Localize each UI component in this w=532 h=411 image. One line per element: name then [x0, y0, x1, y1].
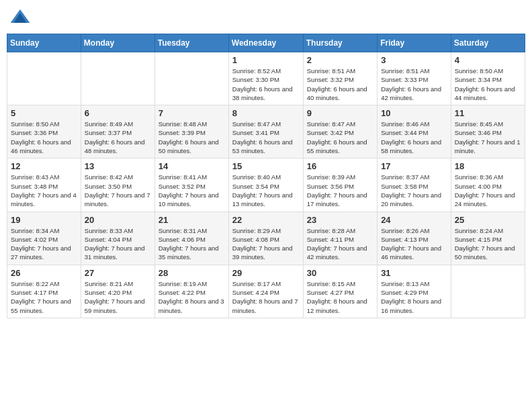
day-cell: 22Sunrise: 8:29 AM Sunset: 4:08 PM Dayli… — [228, 212, 303, 265]
day-info: Sunrise: 8:21 AM Sunset: 4:20 PM Dayligh… — [85, 279, 151, 315]
day-info: Sunrise: 8:34 AM Sunset: 4:02 PM Dayligh… — [11, 226, 77, 262]
day-info: Sunrise: 8:47 AM Sunset: 3:42 PM Dayligh… — [307, 120, 373, 155]
day-cell: 20Sunrise: 8:33 AM Sunset: 4:04 PM Dayli… — [81, 212, 154, 265]
day-number: 10 — [381, 108, 447, 118]
day-info: Sunrise: 8:46 AM Sunset: 3:44 PM Dayligh… — [381, 120, 447, 155]
weekday-header-friday: Friday — [378, 34, 451, 52]
day-cell: 23Sunrise: 8:28 AM Sunset: 4:11 PM Dayli… — [303, 212, 377, 265]
logo — [9, 7, 34, 28]
day-cell: 6Sunrise: 8:49 AM Sunset: 3:37 PM Daylig… — [81, 105, 154, 158]
day-number: 7 — [159, 108, 225, 118]
day-cell: 5Sunrise: 8:50 AM Sunset: 3:36 PM Daylig… — [7, 105, 81, 158]
day-number: 24 — [381, 215, 447, 225]
day-info: Sunrise: 8:28 AM Sunset: 4:11 PM Dayligh… — [307, 226, 373, 262]
day-number: 31 — [381, 268, 447, 278]
day-info: Sunrise: 8:48 AM Sunset: 3:39 PM Dayligh… — [159, 120, 225, 155]
day-cell: 30Sunrise: 8:15 AM Sunset: 4:27 PM Dayli… — [303, 265, 377, 318]
day-number: 6 — [85, 108, 151, 118]
day-number: 23 — [307, 215, 373, 225]
day-number: 5 — [11, 108, 77, 118]
day-number: 30 — [307, 268, 373, 278]
day-cell: 21Sunrise: 8:31 AM Sunset: 4:06 PM Dayli… — [154, 212, 228, 265]
day-info: Sunrise: 8:26 AM Sunset: 4:13 PM Dayligh… — [381, 226, 447, 262]
day-cell: 3Sunrise: 8:51 AM Sunset: 3:33 PM Daylig… — [378, 52, 451, 105]
day-number: 19 — [11, 215, 77, 225]
day-cell: 31Sunrise: 8:13 AM Sunset: 4:29 PM Dayli… — [378, 265, 451, 318]
day-cell: 28Sunrise: 8:19 AM Sunset: 4:22 PM Dayli… — [154, 265, 228, 318]
day-number: 9 — [307, 108, 373, 118]
day-info: Sunrise: 8:13 AM Sunset: 4:29 PM Dayligh… — [381, 279, 447, 315]
day-cell — [81, 52, 154, 105]
day-number: 17 — [381, 161, 447, 171]
day-number: 28 — [159, 268, 225, 278]
day-info: Sunrise: 8:45 AM Sunset: 3:46 PM Dayligh… — [455, 120, 521, 155]
day-cell — [7, 52, 81, 105]
day-cell: 7Sunrise: 8:48 AM Sunset: 3:39 PM Daylig… — [154, 105, 228, 158]
day-cell: 4Sunrise: 8:50 AM Sunset: 3:34 PM Daylig… — [451, 52, 525, 105]
day-number: 16 — [307, 161, 373, 171]
day-cell: 2Sunrise: 8:51 AM Sunset: 3:32 PM Daylig… — [303, 52, 377, 105]
week-row-5: 26Sunrise: 8:22 AM Sunset: 4:17 PM Dayli… — [7, 265, 525, 318]
day-cell — [451, 265, 525, 318]
day-number: 21 — [159, 215, 225, 225]
weekday-header-sunday: Sunday — [7, 34, 81, 52]
page-header — [7, 7, 525, 28]
day-info: Sunrise: 8:37 AM Sunset: 3:58 PM Dayligh… — [381, 173, 447, 208]
weekday-header-wednesday: Wednesday — [228, 34, 303, 52]
day-number: 27 — [85, 268, 151, 278]
day-info: Sunrise: 8:52 AM Sunset: 3:30 PM Dayligh… — [232, 66, 300, 102]
day-cell: 19Sunrise: 8:34 AM Sunset: 4:02 PM Dayli… — [7, 212, 81, 265]
day-info: Sunrise: 8:50 AM Sunset: 3:34 PM Dayligh… — [455, 66, 521, 102]
day-number: 15 — [232, 161, 300, 171]
day-info: Sunrise: 8:31 AM Sunset: 4:06 PM Dayligh… — [159, 226, 225, 262]
day-info: Sunrise: 8:19 AM Sunset: 4:22 PM Dayligh… — [159, 279, 225, 315]
day-info: Sunrise: 8:49 AM Sunset: 3:37 PM Dayligh… — [85, 120, 151, 155]
day-info: Sunrise: 8:17 AM Sunset: 4:24 PM Dayligh… — [232, 279, 300, 315]
day-cell: 9Sunrise: 8:47 AM Sunset: 3:42 PM Daylig… — [303, 105, 377, 158]
day-info: Sunrise: 8:42 AM Sunset: 3:50 PM Dayligh… — [85, 173, 151, 208]
day-cell: 26Sunrise: 8:22 AM Sunset: 4:17 PM Dayli… — [7, 265, 81, 318]
day-cell: 1Sunrise: 8:52 AM Sunset: 3:30 PM Daylig… — [228, 52, 303, 105]
day-info: Sunrise: 8:40 AM Sunset: 3:54 PM Dayligh… — [232, 173, 300, 208]
day-info: Sunrise: 8:33 AM Sunset: 4:04 PM Dayligh… — [85, 226, 151, 262]
day-cell: 15Sunrise: 8:40 AM Sunset: 3:54 PM Dayli… — [228, 158, 303, 212]
weekday-header-row: SundayMondayTuesdayWednesdayThursdayFrid… — [7, 34, 525, 52]
day-cell — [154, 52, 228, 105]
day-number: 29 — [232, 268, 300, 278]
day-cell: 17Sunrise: 8:37 AM Sunset: 3:58 PM Dayli… — [378, 158, 451, 212]
day-number: 20 — [85, 215, 151, 225]
week-row-1: 1Sunrise: 8:52 AM Sunset: 3:30 PM Daylig… — [7, 52, 525, 105]
day-info: Sunrise: 8:43 AM Sunset: 3:48 PM Dayligh… — [11, 173, 77, 208]
day-number: 18 — [455, 161, 521, 171]
day-cell: 27Sunrise: 8:21 AM Sunset: 4:20 PM Dayli… — [81, 265, 154, 318]
day-cell: 10Sunrise: 8:46 AM Sunset: 3:44 PM Dayli… — [378, 105, 451, 158]
day-cell: 16Sunrise: 8:39 AM Sunset: 3:56 PM Dayli… — [303, 158, 377, 212]
day-number: 26 — [11, 268, 77, 278]
day-number: 12 — [11, 161, 77, 171]
day-info: Sunrise: 8:47 AM Sunset: 3:41 PM Dayligh… — [232, 120, 300, 155]
day-cell: 11Sunrise: 8:45 AM Sunset: 3:46 PM Dayli… — [451, 105, 525, 158]
weekday-header-tuesday: Tuesday — [154, 34, 228, 52]
day-info: Sunrise: 8:22 AM Sunset: 4:17 PM Dayligh… — [11, 279, 77, 315]
day-info: Sunrise: 8:24 AM Sunset: 4:15 PM Dayligh… — [455, 226, 521, 262]
day-number: 2 — [307, 55, 373, 65]
day-info: Sunrise: 8:41 AM Sunset: 3:52 PM Dayligh… — [159, 173, 225, 208]
logo-icon — [9, 7, 31, 28]
day-number: 3 — [381, 55, 447, 65]
week-row-2: 5Sunrise: 8:50 AM Sunset: 3:36 PM Daylig… — [7, 105, 525, 158]
day-info: Sunrise: 8:39 AM Sunset: 3:56 PM Dayligh… — [307, 173, 373, 208]
weekday-header-thursday: Thursday — [303, 34, 377, 52]
day-number: 25 — [455, 215, 521, 225]
weekday-header-saturday: Saturday — [451, 34, 525, 52]
day-info: Sunrise: 8:51 AM Sunset: 3:33 PM Dayligh… — [381, 66, 447, 102]
day-cell: 18Sunrise: 8:36 AM Sunset: 4:00 PM Dayli… — [451, 158, 525, 212]
day-number: 11 — [455, 108, 521, 118]
day-number: 14 — [159, 161, 225, 171]
day-cell: 8Sunrise: 8:47 AM Sunset: 3:41 PM Daylig… — [228, 105, 303, 158]
week-row-3: 12Sunrise: 8:43 AM Sunset: 3:48 PM Dayli… — [7, 158, 525, 212]
day-cell: 24Sunrise: 8:26 AM Sunset: 4:13 PM Dayli… — [378, 212, 451, 265]
day-cell: 12Sunrise: 8:43 AM Sunset: 3:48 PM Dayli… — [7, 158, 81, 212]
day-number: 22 — [232, 215, 300, 225]
day-cell: 29Sunrise: 8:17 AM Sunset: 4:24 PM Dayli… — [228, 265, 303, 318]
weekday-header-monday: Monday — [81, 34, 154, 52]
